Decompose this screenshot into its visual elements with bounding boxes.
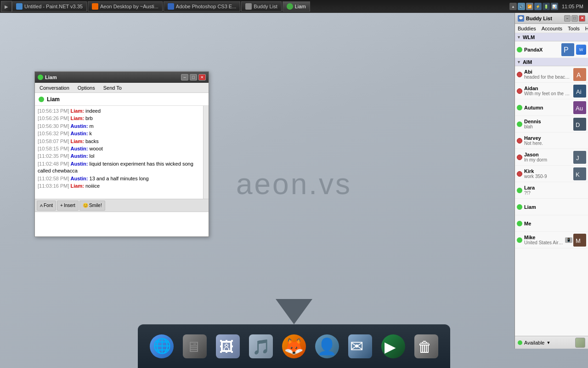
- footer-status-label: Available: [524, 340, 544, 345]
- chat-input-area: [35, 212, 209, 236]
- buddy-kirk[interactable]: Kirk work 350-9 K: [515, 166, 588, 182]
- taskbar-tab-liam[interactable]: Liam: [283, 1, 310, 12]
- buddy-dennis[interactable]: Dennis blah D: [515, 116, 588, 132]
- buddy-harvey[interactable]: Harvey Not here.: [515, 132, 588, 149]
- chat-scrollbar[interactable]: [203, 106, 209, 199]
- buddy-list-close[interactable]: ✕: [579, 15, 585, 22]
- buddy-me[interactable]: Me: [515, 215, 588, 232]
- chat-close-button[interactable]: ✕: [198, 74, 206, 80]
- chat-window: Liam – □ ✕ Conversation Options Send To …: [34, 71, 209, 237]
- menu-help[interactable]: He: [584, 26, 588, 31]
- svg-text:🗑: 🗑: [418, 339, 432, 355]
- buddy-aidan[interactable]: Aidan With my feet on the das... Ai: [515, 83, 588, 99]
- dock-music[interactable]: 🎵: [246, 332, 276, 361]
- tab-buddylist-label: Buddy List: [254, 4, 277, 9]
- buddy-jason[interactable]: Jason In my dorm J: [515, 149, 588, 166]
- avatar-pandax: P: [561, 43, 574, 56]
- section-label-wlm: WLM: [523, 34, 535, 40]
- buddy-name-liam: Liam: [524, 204, 586, 210]
- chat-restore-button[interactable]: □: [190, 74, 197, 80]
- buddy-status-mike: United States Air F...: [524, 240, 563, 245]
- tray-icon-6: 📊: [551, 3, 558, 10]
- chat-msg-8: [11:02:58 PM] Austin: 13 and a half minu…: [38, 175, 206, 182]
- footer-dropdown-arrow[interactable]: ▼: [546, 340, 550, 345]
- buddy-status-jason: In my dorm: [524, 157, 571, 162]
- status-dot-jason: [517, 155, 522, 160]
- buddy-list-restore[interactable]: □: [571, 15, 578, 22]
- taskbar-tab-photoshop[interactable]: Adobe Photoshop CS3 E...: [164, 1, 240, 12]
- section-header-wlm[interactable]: ▼ WLM: [515, 33, 588, 41]
- buddy-status-lara: ?!?: [524, 190, 586, 196]
- buddy-autumn[interactable]: Autumn Au: [515, 99, 588, 116]
- buddy-abi[interactable]: Abi headed for the beach, ca... A: [515, 66, 588, 83]
- footer-avatar-button[interactable]: [575, 338, 585, 348]
- buddy-list-content: ▼ WLM PandaX P W ▼ AIM: [515, 33, 588, 336]
- menu-accounts[interactable]: Accounts: [541, 26, 563, 31]
- dock-finder[interactable]: 🌐: [147, 332, 176, 361]
- chat-title-dot: [38, 75, 43, 80]
- insert-button[interactable]: + Insert: [57, 201, 79, 211]
- dock-users[interactable]: 👤: [312, 332, 342, 361]
- chat-menu-conversation[interactable]: Conversation: [38, 84, 71, 92]
- taskbar-tabs: Untitled - Paint.NET v3.35 Aeon Desktop …: [12, 1, 509, 12]
- desktop-triangle: [276, 299, 312, 324]
- contact-status-dot: [39, 97, 44, 102]
- tab-liam-label: Liam: [295, 4, 306, 9]
- chat-menu-options[interactable]: Options: [76, 84, 97, 92]
- buddy-info-pandax: PandaX: [524, 47, 560, 52]
- smile-button[interactable]: 😊 Smile!: [79, 201, 105, 211]
- itunes-icon: ▶: [381, 334, 405, 358]
- dock: 🌐 🖥 🖼 🎵 🦊: [138, 324, 450, 368]
- buddy-status-dennis: blah: [524, 124, 571, 129]
- taskbar-tab-paint[interactable]: Untitled - Paint.NET v3.35: [12, 1, 87, 12]
- buddy-name-abi: Abi: [524, 69, 571, 75]
- dock-itunes[interactable]: ▶: [379, 332, 408, 361]
- footer-status-dot: [518, 340, 522, 345]
- buddy-info-jason: Jason In my dorm: [524, 152, 571, 162]
- tab-aeon-favicon: [92, 3, 98, 10]
- chat-input[interactable]: [37, 214, 207, 235]
- svg-text:▶: ▶: [384, 339, 396, 355]
- wlm-logo-icon: W: [576, 45, 586, 55]
- buddy-name-jason: Jason: [524, 152, 571, 157]
- buddy-mike[interactable]: Mike United States Air F... 📱 M: [515, 232, 588, 248]
- dock-mail[interactable]: ✉: [345, 332, 375, 361]
- chat-minimize-button[interactable]: –: [181, 74, 188, 80]
- buddy-list-minimize[interactable]: –: [564, 15, 571, 22]
- taskbar-tab-buddylist[interactable]: Buddy List: [241, 1, 281, 12]
- tab-paint-favicon: [16, 3, 23, 10]
- section-header-aim[interactable]: ▼ AIM: [515, 58, 588, 66]
- status-dot-abi: [517, 72, 522, 77]
- dock-finder2[interactable]: 🖥: [180, 332, 209, 361]
- buddy-name-autumn: Autumn: [524, 105, 571, 110]
- chat-msg-5: [10:58:15 PM] Austin: wooot: [38, 145, 206, 152]
- buddy-list-titlebar-buttons: – □ ✕: [564, 15, 585, 22]
- taskbar-tray: ▲ 🔊 📶 ⚡ 🔋 📊 11:05 PM: [509, 3, 588, 10]
- start-button[interactable]: ▶: [1, 1, 12, 12]
- chat-titlebar-buttons: – □ ✕: [181, 74, 206, 80]
- dock-photos[interactable]: 🖼: [213, 332, 243, 361]
- taskbar-tab-aeon[interactable]: Aeon Desktop by ~Austi...: [88, 1, 163, 12]
- photos-icon: 🖼: [216, 334, 240, 358]
- chat-menu-sendto[interactable]: Send To: [102, 84, 124, 92]
- buddy-lara[interactable]: Lara ?!?: [515, 182, 588, 199]
- taskbar-top: ▶ Untitled - Paint.NET v3.35 Aeon Deskto…: [0, 0, 588, 13]
- buddy-liam[interactable]: Liam: [515, 199, 588, 215]
- menu-buddies[interactable]: Buddies: [517, 26, 537, 31]
- tray-icon-2: 🔊: [518, 3, 525, 10]
- font-button[interactable]: A Font: [37, 201, 56, 211]
- buddy-list-title: Buddy List: [526, 16, 552, 21]
- section-label-aim: AIM: [523, 59, 532, 65]
- buddy-name-harvey: Harvey: [524, 135, 586, 141]
- dock-firefox[interactable]: 🦊: [279, 332, 309, 361]
- buddy-name-aidan: Aidan: [524, 86, 571, 91]
- buddy-pandax[interactable]: PandaX P W: [515, 41, 588, 58]
- avatar-mike: M: [573, 234, 586, 247]
- dock-trash[interactable]: 🗑: [412, 332, 441, 361]
- svg-text:Au: Au: [576, 105, 583, 112]
- menu-tools[interactable]: Tools: [567, 26, 581, 31]
- chat-msg-6: [11:02:35 PM] Austin: lol: [38, 153, 206, 160]
- buddy-list-footer: Available ▼: [515, 336, 588, 349]
- buddy-list-titlebar: 💬 Buddy List – □ ✕: [515, 13, 588, 24]
- buddy-info-dennis: Dennis blah: [524, 119, 571, 129]
